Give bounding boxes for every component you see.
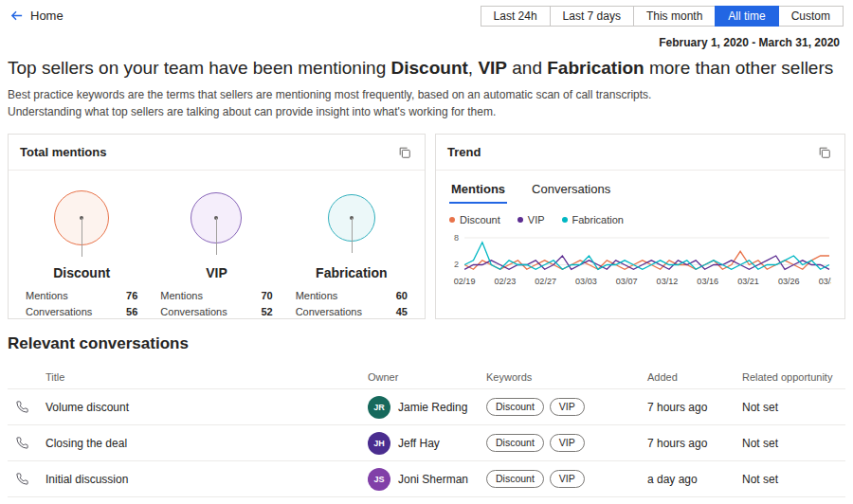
conversations-value: 45 <box>396 304 408 320</box>
phone-call-icon <box>8 436 45 450</box>
page-description: Best practice keywords are the terms tha… <box>0 79 853 120</box>
headline-text: , <box>468 58 479 78</box>
svg-text:03/07: 03/07 <box>616 277 638 286</box>
owner-cell: JH Jeff Hay <box>368 432 486 455</box>
filter-custom-button[interactable]: Custom <box>778 6 844 27</box>
added-cell: 7 hours ago <box>647 437 742 450</box>
mentions-value: 60 <box>396 288 408 304</box>
owner-name: Jeff Hay <box>398 437 440 450</box>
headline-keyword-discount: Discount <box>391 58 468 78</box>
trend-legend: Discount VIP Fabrication <box>449 214 831 225</box>
bubble-stem <box>82 218 82 257</box>
owner-cell: JS Joni Sherman <box>368 468 486 491</box>
bubble-stem <box>216 218 217 255</box>
svg-text:03/12: 03/12 <box>657 277 679 286</box>
filter-this-month-button[interactable]: This month <box>633 6 716 27</box>
copy-icon[interactable] <box>816 144 833 161</box>
filter-all-time-button[interactable]: All time <box>715 6 778 27</box>
topbar: Home Last 24h Last 7 days This month All… <box>0 0 853 27</box>
conversations-value: 52 <box>261 304 272 320</box>
page-headline: Top sellers on your team have been menti… <box>0 49 853 79</box>
conversations-label: Conversations <box>160 304 227 320</box>
bubble-wrap <box>26 182 137 254</box>
mentions-value: 76 <box>126 288 137 304</box>
trend-body: Mentions Conversations Discount VIP Fabr… <box>436 173 844 287</box>
avatar: JR <box>368 396 390 419</box>
keywords-cell: Discount VIP <box>486 398 647 416</box>
keyword-name: Discount <box>26 265 137 280</box>
trend-tabs: Mentions Conversations <box>449 173 831 204</box>
insights-page: Home Last 24h Last 7 days This month All… <box>0 0 853 504</box>
description-line-1: Best practice keywords are the terms tha… <box>8 86 845 103</box>
legend-item-vip: VIP <box>517 214 545 225</box>
mentions-label: Mentions <box>160 288 203 304</box>
legend-item-discount: Discount <box>449 214 500 225</box>
keyword-badge: VIP <box>550 398 585 416</box>
tab-mentions[interactable]: Mentions <box>449 173 507 204</box>
legend-dot <box>449 217 455 223</box>
bubble-wrap <box>160 182 272 254</box>
keyword-stats: Mentions70 Conversations52 <box>160 288 272 320</box>
keyword-badge: Discount <box>486 434 544 452</box>
svg-text:03/26: 03/26 <box>778 277 800 286</box>
conversation-title[interactable]: Volume discount <box>45 401 368 414</box>
discount-bubble <box>54 190 109 245</box>
avatar: JH <box>368 432 390 455</box>
mentions-value: 70 <box>261 288 272 304</box>
copy-icon[interactable] <box>396 144 413 161</box>
time-filter-group: Last 24h Last 7 days This month All time… <box>481 6 844 27</box>
svg-text:02/23: 02/23 <box>495 277 517 286</box>
svg-text:03/31: 03/31 <box>819 277 831 286</box>
svg-text:03/03: 03/03 <box>575 277 597 286</box>
svg-text:03/16: 03/16 <box>697 277 718 286</box>
mentions-label: Mentions <box>26 288 68 304</box>
table-header-row: Title Owner Keywords Added Related oppor… <box>8 365 845 389</box>
headline-keyword-vip: VIP <box>478 58 507 78</box>
related-opportunity-cell: Not set <box>742 473 845 486</box>
filter-last-24h-button[interactable]: Last 24h <box>481 6 551 27</box>
conversations-table: Title Owner Keywords Added Related oppor… <box>8 365 845 497</box>
date-range-label: February 1, 2020 - March 31, 2020 <box>0 27 853 49</box>
trend-title: Trend <box>447 145 481 159</box>
owner-cell: JR Jamie Reding <box>368 396 486 419</box>
conversation-title[interactable]: Initial discussion <box>45 473 368 486</box>
svg-text:02/19: 02/19 <box>454 277 476 286</box>
column-header-related-opportunity: Related opportunity <box>742 371 845 383</box>
filter-last-7-days-button[interactable]: Last 7 days <box>550 6 634 27</box>
added-cell: 7 hours ago <box>647 401 742 414</box>
relevant-conversations-title: Relevant conversations <box>8 334 845 353</box>
related-opportunity-cell: Not set <box>742 401 845 414</box>
conversation-title[interactable]: Closing the deal <box>45 437 368 450</box>
column-header-added: Added <box>647 371 742 383</box>
table-row[interactable]: Closing the deal JH Jeff Hay Discount VI… <box>8 425 845 461</box>
legend-dot <box>562 217 568 223</box>
mentions-label: Mentions <box>296 288 338 304</box>
keyword-stats: Mentions60 Conversations45 <box>296 288 408 320</box>
svg-text:2: 2 <box>454 261 459 270</box>
trend-chart: 2802/1902/2302/2703/0303/0703/1203/1603/… <box>449 232 831 287</box>
keyword-stats: Mentions76 Conversations56 <box>26 288 137 320</box>
added-cell: a day ago <box>647 473 742 486</box>
keyword-summary-fabrication: Fabrication Mentions60 Conversations45 <box>284 182 419 320</box>
description-line-2: Understanding what top sellers are talki… <box>8 103 845 120</box>
keyword-badge: Discount <box>486 398 544 416</box>
total-mentions-card: Total mentions Discount Mentions76 Conve… <box>8 134 426 319</box>
legend-dot <box>517 217 523 223</box>
phone-call-icon <box>8 400 45 414</box>
phone-call-icon <box>8 472 45 486</box>
legend-label: VIP <box>528 214 545 225</box>
keyword-badge: VIP <box>550 470 585 488</box>
svg-text:8: 8 <box>454 233 459 243</box>
conversations-value: 56 <box>126 304 137 320</box>
bubble-wrap <box>296 182 408 254</box>
keyword-name: VIP <box>160 265 272 280</box>
keyword-summary-vip: VIP Mentions70 Conversations52 <box>149 182 283 320</box>
table-row[interactable]: Initial discussion JS Joni Sherman Disco… <box>8 461 845 497</box>
bubble-stem <box>352 218 353 253</box>
column-header-keywords: Keywords <box>486 371 647 383</box>
home-back-link[interactable]: Home <box>9 6 64 23</box>
legend-item-fabrication: Fabrication <box>562 214 624 225</box>
tab-conversations[interactable]: Conversations <box>530 173 612 204</box>
headline-keyword-fabrication: Fabrication <box>547 58 644 78</box>
table-row[interactable]: Volume discount JR Jamie Reding Discount… <box>8 389 845 425</box>
